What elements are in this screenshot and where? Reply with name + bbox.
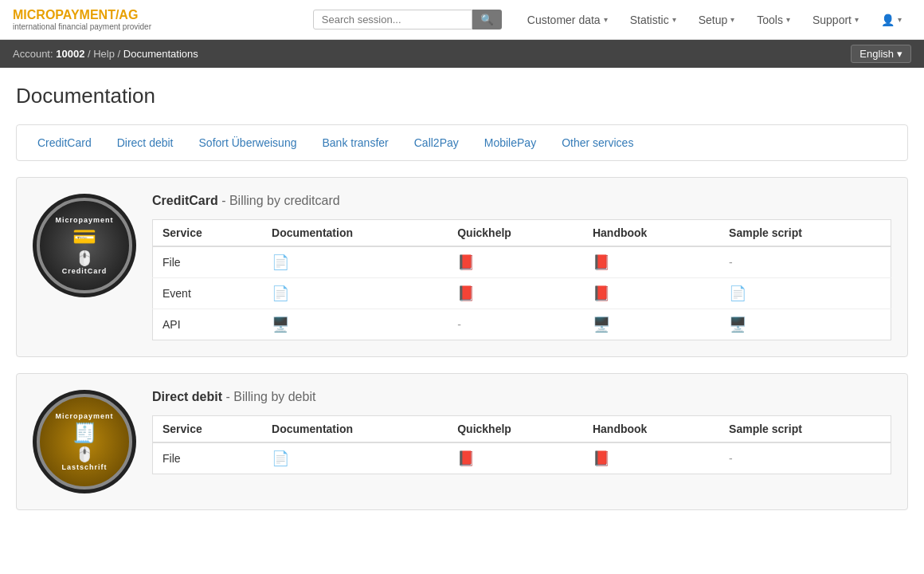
- brand-suffix: AG: [119, 8, 138, 22]
- page-title: Documentation: [16, 84, 908, 108]
- creditcard-service-desc: - Billing by creditcard: [221, 194, 340, 207]
- nav-user[interactable]: 👤 ▾: [871, 9, 911, 31]
- nav-setup[interactable]: Setup ▾: [689, 9, 745, 31]
- table-row: Event 📄 📕 📕 📄: [153, 278, 891, 309]
- directdebit-service-desc: - Billing by debit: [225, 390, 315, 403]
- col-samplescript: Sample script: [719, 416, 891, 443]
- directdebit-content: Direct debit - Billing by debit Service …: [152, 390, 891, 493]
- logo-text-bottom: CreditCard: [62, 267, 108, 275]
- logo-text-top: Micropayment: [55, 412, 113, 420]
- nav-support[interactable]: Support ▾: [803, 9, 868, 31]
- quickhelp-pdf-file[interactable]: 📕: [448, 246, 583, 278]
- section-directdebit: Micropayment 🧾 🖱️ Lastschrift Direct deb…: [16, 373, 908, 510]
- user-icon: 👤: [881, 14, 895, 26]
- col-quickhelp: Quickhelp: [448, 220, 583, 247]
- doc-icon-file[interactable]: 📄: [262, 442, 448, 474]
- col-samplescript: Sample script: [719, 220, 891, 247]
- sample-icon-event[interactable]: 📄: [719, 278, 891, 309]
- handbook-pdf-event[interactable]: 📕: [583, 278, 719, 309]
- directdebit-logo-circle: Micropayment 🧾 🖱️ Lastschrift: [37, 394, 132, 489]
- search-form: 🔍: [313, 10, 502, 29]
- brand-name: MICROPAYMENT/AG: [13, 8, 151, 22]
- table-row: API 🖥️ - 🖥️ 🖥️: [153, 309, 891, 340]
- tab-directdebit[interactable]: Direct debit: [106, 132, 185, 154]
- chevron-down-icon: ▾: [672, 15, 676, 24]
- service-name-file: File: [153, 246, 263, 278]
- creditcard-icon: 💳: [72, 226, 96, 248]
- language-label: English: [859, 48, 894, 60]
- mouse-icon: 🖱️: [76, 250, 93, 267]
- creditcard-logo-circle: Micropayment 💳 🖱️ CreditCard: [37, 198, 132, 293]
- creditcard-logo: Micropayment 💳 🖱️ CreditCard: [33, 194, 136, 297]
- service-name-file: File: [153, 442, 263, 474]
- language-button[interactable]: English ▾: [851, 45, 911, 63]
- nav-menu: Customer data ▾ Statistic ▾ Setup ▾ Tool…: [518, 9, 911, 31]
- doc-icon-event[interactable]: 📄: [262, 278, 448, 309]
- directdebit-service-name: Direct debit: [152, 390, 222, 403]
- sample-monitor-api[interactable]: 🖥️: [719, 309, 891, 340]
- nav-tools[interactable]: Tools ▾: [747, 9, 800, 31]
- chevron-down-icon: ▾: [604, 15, 608, 24]
- brand-prefix: MICROPAYMENT: [13, 8, 116, 22]
- tab-sofort[interactable]: Sofort Überweisung: [188, 132, 308, 154]
- tab-mobilepay[interactable]: MobilePay: [473, 132, 547, 154]
- handbook-monitor-api[interactable]: 🖥️: [583, 309, 719, 340]
- search-button[interactable]: 🔍: [472, 10, 502, 29]
- quickhelp-dash-api: -: [448, 309, 583, 340]
- directdebit-logo: Micropayment 🧾 🖱️ Lastschrift: [33, 390, 136, 493]
- tab-banktransfer[interactable]: Bank transfer: [311, 132, 399, 154]
- doc-monitor-api[interactable]: 🖥️: [262, 309, 448, 340]
- nav-customer-data[interactable]: Customer data ▾: [518, 9, 617, 31]
- col-handbook: Handbook: [583, 416, 719, 443]
- col-handbook: Handbook: [583, 220, 719, 247]
- navbar: MICROPAYMENT/AG international financial …: [0, 0, 924, 40]
- account-number: 10002: [56, 48, 84, 60]
- service-name-api: API: [153, 309, 263, 340]
- handbook-pdf-file[interactable]: 📕: [583, 442, 719, 474]
- chevron-down-icon: ▾: [730, 15, 734, 24]
- breadcrumb-help-link[interactable]: Help: [93, 48, 115, 60]
- section-creditcard: Micropayment 💳 🖱️ CreditCard CreditCard …: [16, 177, 908, 357]
- doc-icon-file[interactable]: 📄: [262, 246, 448, 278]
- breadcrumb: Account: 10002 / Help / Documentations: [13, 48, 198, 60]
- tab-call2pay[interactable]: Call2Pay: [403, 132, 470, 154]
- col-service: Service: [153, 416, 263, 443]
- creditcard-content: CreditCard - Billing by creditcard Servi…: [152, 194, 891, 340]
- chevron-down-icon: ▾: [897, 48, 902, 60]
- chevron-down-icon: ▾: [786, 15, 790, 24]
- table-header-row: Service Documentation Quickhelp Handbook…: [153, 416, 891, 443]
- page-content: Documentation CreditCard Direct debit So…: [0, 68, 924, 542]
- account-label: Account: 10002: [13, 48, 88, 60]
- logo-text-top: Micropayment: [55, 216, 113, 224]
- creditcard-header: CreditCard - Billing by creditcard: [152, 194, 891, 208]
- tab-otherservices[interactable]: Other services: [550, 132, 644, 154]
- directdebit-icon: 🧾: [72, 422, 96, 444]
- nav-statistic[interactable]: Statistic ▾: [621, 9, 686, 31]
- tab-creditcard[interactable]: CreditCard: [26, 132, 103, 154]
- col-documentation: Documentation: [262, 416, 448, 443]
- chevron-down-icon: ▾: [898, 15, 902, 24]
- search-input[interactable]: [313, 10, 472, 29]
- mouse-icon: 🖱️: [76, 446, 93, 463]
- table-header-row: Service Documentation Quickhelp Handbook…: [153, 220, 891, 247]
- sample-dash-file: -: [719, 442, 891, 474]
- table-row: File 📄 📕 📕 -: [153, 442, 891, 474]
- brand: MICROPAYMENT/AG international financial …: [13, 8, 151, 31]
- breadcrumb-bar: Account: 10002 / Help / Documentations E…: [0, 40, 924, 68]
- table-row: File 📄 📕 📕 -: [153, 246, 891, 278]
- sample-dash-file: -: [719, 246, 891, 278]
- breadcrumb-current: Documentations: [123, 48, 198, 60]
- creditcard-table: Service Documentation Quickhelp Handbook…: [152, 219, 891, 340]
- directdebit-header: Direct debit - Billing by debit: [152, 390, 891, 404]
- brand-subtitle: international financial payment provider: [13, 22, 151, 31]
- tab-bar: CreditCard Direct debit Sofort Überweisu…: [16, 124, 908, 161]
- quickhelp-pdf-file[interactable]: 📕: [448, 442, 583, 474]
- logo-text-bottom: Lastschrift: [61, 463, 107, 471]
- service-name-event: Event: [153, 278, 263, 309]
- col-quickhelp: Quickhelp: [448, 416, 583, 443]
- quickhelp-pdf-event[interactable]: 📕: [448, 278, 583, 309]
- chevron-down-icon: ▾: [855, 15, 859, 24]
- directdebit-table: Service Documentation Quickhelp Handbook…: [152, 415, 891, 474]
- handbook-pdf-file[interactable]: 📕: [583, 246, 719, 278]
- col-documentation: Documentation: [262, 220, 448, 247]
